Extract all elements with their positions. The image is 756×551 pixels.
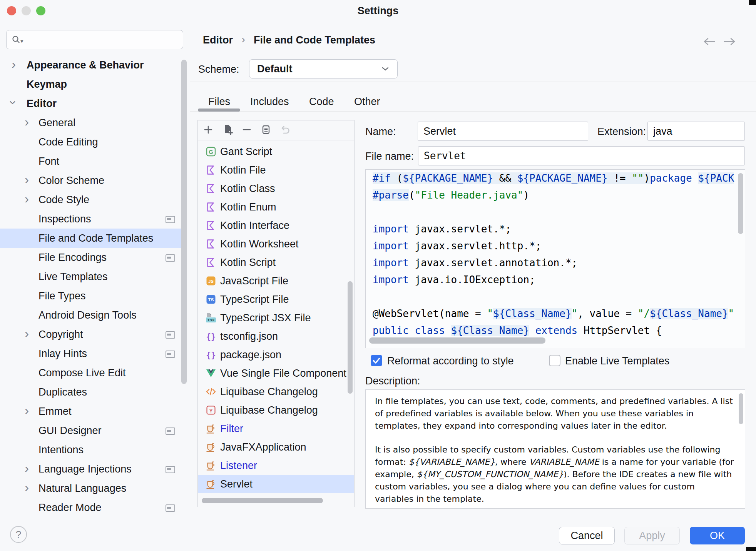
sidebar-item-emmet[interactable]: ›Emmet xyxy=(0,402,181,421)
gant-icon: G xyxy=(206,146,216,157)
sidebar-item-inspections[interactable]: Inspections xyxy=(0,209,181,229)
template-item-filter[interactable]: Filter xyxy=(198,419,354,438)
js-icon: JS xyxy=(206,276,216,286)
description-scrollbar[interactable] xyxy=(739,393,743,424)
create-child-template-button[interactable] xyxy=(221,124,234,137)
forward-arrow-icon[interactable] xyxy=(722,36,738,47)
scheme-dropdown[interactable]: Default xyxy=(249,59,398,78)
chevron-right-icon[interactable]: › xyxy=(25,404,29,417)
back-arrow-icon[interactable] xyxy=(701,36,717,47)
template-list-vertical-scrollbar[interactable] xyxy=(348,281,353,394)
template-item-kotlin-script[interactable]: Kotlin Script xyxy=(198,253,354,272)
chevron-right-icon[interactable]: › xyxy=(25,481,29,494)
sidebar-item-label: General xyxy=(38,117,75,129)
template-item-kotlin-enum[interactable]: Kotlin Enum xyxy=(198,198,354,216)
active-tab-underline xyxy=(198,109,240,112)
search-input[interactable] xyxy=(27,33,178,46)
sidebar-item-android-design-tools[interactable]: Android Design Tools xyxy=(0,306,181,325)
chevron-right-icon[interactable]: › xyxy=(25,462,29,474)
remove-template-button[interactable] xyxy=(240,124,254,137)
chevron-right-icon[interactable]: › xyxy=(25,327,29,340)
tab-code[interactable]: Code xyxy=(309,96,334,108)
breadcrumb-page: File and Code Templates xyxy=(254,34,375,46)
file-name-field[interactable] xyxy=(418,146,745,165)
cancel-button[interactable]: Cancel xyxy=(559,527,615,544)
template-item-servlet[interactable]: Servlet xyxy=(198,475,354,493)
editor-horizontal-scrollbar[interactable] xyxy=(369,337,545,344)
template-item-label: Kotlin Class xyxy=(220,183,275,195)
reset-template-button[interactable] xyxy=(278,124,292,137)
sidebar-item-language-injections[interactable]: ›Language Injections xyxy=(0,459,181,479)
braces-icon: {} xyxy=(206,331,216,342)
template-item-javafxapplication[interactable]: JavaFXApplication xyxy=(198,438,354,456)
svg-text:G: G xyxy=(209,149,213,155)
template-item-tsconfig-json[interactable]: {}tsconfig.json xyxy=(198,327,354,346)
template-item-kotlin-file[interactable]: Kotlin File xyxy=(198,161,354,179)
tab-other[interactable]: Other xyxy=(354,96,380,108)
template-item-typescript-file[interactable]: TSTypeScript File xyxy=(198,290,354,309)
sidebar-item-code-style[interactable]: ›Code Style xyxy=(0,190,181,209)
sidebar-item-inlay-hints[interactable]: Inlay Hints xyxy=(0,344,181,363)
sidebar-item-keymap[interactable]: Keymap xyxy=(0,75,181,94)
settings-window: Settings ▾ ›Appearance & BehaviorKeymap›… xyxy=(0,0,756,551)
sidebar-item-file-encodings[interactable]: File Encodings xyxy=(0,248,181,267)
tab-includes[interactable]: Includes xyxy=(250,96,289,108)
sidebar-item-intentions[interactable]: Intentions xyxy=(0,440,181,459)
search-options-caret-icon[interactable]: ▾ xyxy=(20,38,23,45)
sidebar-item-file-and-code-templates[interactable]: File and Code Templates xyxy=(0,229,181,248)
sidebar-item-natural-languages[interactable]: ›Natural Languages xyxy=(0,479,181,498)
template-item-gant-script[interactable]: GGant Script xyxy=(198,142,354,161)
sidebar-item-file-types[interactable]: File Types xyxy=(0,286,181,306)
template-item-kotlin-class[interactable]: Kotlin Class xyxy=(198,179,354,198)
template-list: GGant ScriptKotlin FileKotlin ClassKotli… xyxy=(198,142,354,493)
sidebar-item-reader-mode[interactable]: Reader Mode xyxy=(0,498,181,517)
tab-files[interactable]: Files xyxy=(208,96,230,108)
template-item-package-json[interactable]: {}package.json xyxy=(198,346,354,364)
braces-icon: {} xyxy=(206,349,216,360)
sidebar-item-label: Code Style xyxy=(38,194,89,206)
sidebar-item-appearance-behavior[interactable]: ›Appearance & Behavior xyxy=(0,55,181,75)
chevron-right-icon[interactable]: › xyxy=(25,192,29,205)
template-item-liquibase-changelog[interactable]: Liquibase Changelog xyxy=(198,382,354,401)
sidebar-item-gui-designer[interactable]: GUI Designer xyxy=(0,421,181,440)
kotlin-icon xyxy=(206,165,216,175)
sidebar-item-copyright[interactable]: ›Copyright xyxy=(0,325,181,344)
sidebar-item-font[interactable]: Font xyxy=(0,152,181,171)
reformat-checkbox[interactable] xyxy=(371,355,382,366)
template-item-vue-single-file-component[interactable]: Vue Single File Component xyxy=(198,364,354,382)
template-list-horizontal-scrollbar[interactable] xyxy=(202,498,323,503)
name-field[interactable] xyxy=(418,122,588,141)
breadcrumb-section[interactable]: Editor xyxy=(203,34,233,46)
template-item-liquibase-changelog[interactable]: YLiquibase Changelog xyxy=(198,401,354,419)
duplicate-template-button[interactable] xyxy=(259,124,273,137)
template-item-typescript-jsx-file[interactable]: TSXTypeScript JSX File xyxy=(198,309,354,327)
sidebar-item-live-templates[interactable]: Live Templates xyxy=(0,267,181,286)
enable-live-templates-checkbox[interactable] xyxy=(549,355,560,366)
sidebar-item-duplicates[interactable]: Duplicates xyxy=(0,382,181,402)
reformat-label[interactable]: Reformat according to style xyxy=(387,355,514,367)
chevron-right-icon[interactable]: › xyxy=(12,58,16,70)
chevron-down-icon xyxy=(381,66,390,72)
template-item-kotlin-worksheet[interactable]: Kotlin Worksheet xyxy=(198,235,354,253)
chevron-right-icon[interactable]: › xyxy=(25,115,29,128)
sidebar-item-color-scheme[interactable]: ›Color Scheme xyxy=(0,171,181,190)
chevron-right-icon[interactable]: › xyxy=(25,173,29,186)
enable-live-templates-label[interactable]: Enable Live Templates xyxy=(565,355,669,367)
add-template-button[interactable] xyxy=(201,124,215,137)
editor-vertical-scrollbar[interactable] xyxy=(738,173,743,234)
template-item-listener[interactable]: Listener xyxy=(198,456,354,475)
sidebar-item-general[interactable]: ›General xyxy=(0,113,181,132)
apply-button[interactable]: Apply xyxy=(624,527,680,544)
java-cup-icon xyxy=(206,423,216,434)
sidebar-item-code-editing[interactable]: Code Editing xyxy=(0,132,181,152)
template-item-kotlin-interface[interactable]: Kotlin Interface xyxy=(198,216,354,235)
ok-button[interactable]: OK xyxy=(690,527,745,544)
settings-search-box[interactable]: ▾ xyxy=(6,30,183,49)
template-item-javascript-file[interactable]: JSJavaScript File xyxy=(198,272,354,290)
sidebar-item-compose-live-edit[interactable]: Compose Live Edit xyxy=(0,363,181,382)
help-button[interactable]: ? xyxy=(10,526,27,543)
sidebar-item-label: Reader Mode xyxy=(38,502,102,514)
template-item-label: Gant Script xyxy=(220,146,272,158)
extension-field[interactable] xyxy=(647,122,745,141)
template-editor[interactable]: #if (${PACKAGE_NAME} && ${PACKAGE_NAME} … xyxy=(365,169,745,348)
